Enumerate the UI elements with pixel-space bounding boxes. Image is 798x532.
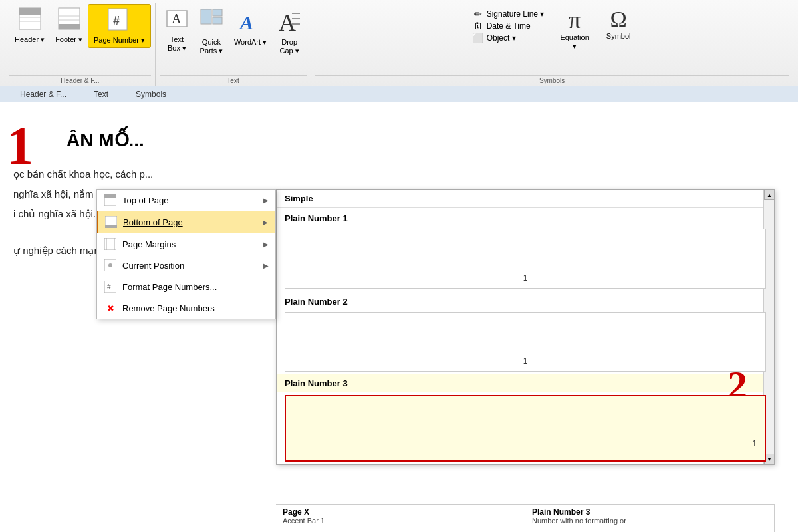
symbol-icon: Ω [610,8,627,31]
plain-number-2-preview[interactable]: 1 [285,312,766,372]
section-header-footer: Header & F... [7,90,80,99]
svg-rect-23 [105,225,117,228]
submenu-section-header: Simple [277,190,774,208]
footer-label: Footer ▾ [55,35,82,44]
document-heading: ÂN MỐ... [66,129,785,151]
svg-text:A: A [172,11,182,26]
equation-icon: π [569,8,581,32]
footer-icon [57,7,81,34]
menu-item-remove-page-numbers[interactable]: ✖ Remove Page Numbers [97,297,275,319]
signature-line-label: Signature Line ▾ [487,9,545,19]
scroll-up-button[interactable]: ▲ [764,190,775,200]
plain-number-3-preview[interactable]: 1 [285,395,766,462]
svg-rect-5 [59,24,80,29]
symbols-group-label: Symbols [315,75,789,84]
date-time-icon: 🗓 [472,21,484,31]
top-of-page-icon [104,194,117,207]
page-margins-arrow: ▶ [263,241,269,248]
ribbon-group-symbols: ✏ Signature Line ▾ 🗓 Date & Time ⬜ Objec… [311,3,793,86]
section-symbols: Symbols [122,90,180,99]
current-position-arrow: ▶ [263,262,269,269]
main-area: 1 ÂN MỐ... ọc bản chất khoa học, cách p.… [0,102,798,532]
ribbon-group-header-footer: Header ▾ Footer ▾ # [5,3,156,86]
equation-button[interactable]: π Equation▾ [555,5,594,53]
symbol-button[interactable]: Ω Symbol [601,5,636,43]
svg-text:A: A [279,9,296,33]
object-button[interactable]: ⬜ Object ▾ [468,32,549,44]
bottom-info-bar: Page X Accent Bar 1 Plain Number 3 Numbe… [276,504,775,532]
text-box-button[interactable]: A TextBox ▾ [160,4,194,55]
quick-parts-icon [200,7,223,37]
ribbon-group-text: A TextBox ▾ QuickParts ▾ [156,3,311,86]
signature-line-icon: ✏ [472,9,484,19]
object-label: Object ▾ [487,33,516,43]
svg-rect-12 [201,9,211,24]
drop-cap-label: DropCap ▾ [280,38,299,55]
submenu-panel: ▲ ▼ Simple Plain Number 1 1 Plain Number… [276,189,775,465]
plain-number-1-label: Plain Number 1 [277,208,774,226]
section-text: Text [80,90,122,99]
bottom-cell-right-subtitle: Number with no formatting or [532,517,767,525]
bottom-cell-left-title: Page X [283,507,518,517]
header-icon [18,7,42,34]
bottom-of-page-arrow: ▶ [263,219,268,226]
format-page-numbers-icon: # [104,280,117,293]
remove-page-numbers-icon: ✖ [104,301,117,315]
svg-rect-14 [213,17,222,24]
menu-item-page-margins[interactable]: Page Margins ▶ [97,233,275,255]
quick-parts-button[interactable]: QuickParts ▾ [194,4,229,58]
svg-text:#: # [107,283,111,291]
quick-parts-label: QuickParts ▾ [200,38,223,55]
bottom-cell-left: Page X Accent Bar 1 [276,505,525,532]
drop-cap-icon: A [277,7,301,37]
header-label: Header ▾ [15,35,45,44]
signature-line-button[interactable]: ✏ Signature Line ▾ [468,8,549,20]
text-box-icon: A [165,7,189,34]
plain-number-2-value: 1 [523,356,528,366]
top-of-page-label: Top of Page [122,196,263,205]
remove-page-numbers-label: Remove Page Numbers [122,303,269,313]
page-number-button[interactable]: # Page Number ▾ [88,4,151,48]
svg-rect-21 [104,194,116,198]
wordart-label: WordArt ▾ [234,38,267,47]
top-of-page-arrow: ▶ [263,197,269,204]
bottom-cell-left-subtitle: Accent Bar 1 [283,517,518,525]
equation-label: Equation▾ [560,33,589,51]
object-icon: ⬜ [472,33,484,43]
plain-number-1-preview[interactable]: 1 [285,229,766,289]
header-button[interactable]: Header ▾ [9,4,50,47]
svg-text:#: # [113,14,120,27]
wordart-button[interactable]: A WordArt ▾ [229,4,272,49]
menu-item-bottom-of-page[interactable]: Bottom of Page ▶ [97,211,275,233]
annotation-number-1: 1 [7,116,33,176]
text-group-items: A TextBox ▾ QuickParts ▾ [160,4,307,75]
current-position-label: Current Position [122,261,263,271]
ribbon-group-items: Header ▾ Footer ▾ # [9,4,151,75]
plain-number-2-label: Plain Number 2 [277,291,774,309]
format-page-numbers-label: Format Page Numbers... [122,282,269,292]
plain-number-1-value: 1 [523,273,528,283]
sig-date-obj-group: ✏ Signature Line ▾ 🗓 Date & Time ⬜ Objec… [468,8,549,44]
date-time-label: Date & Time [487,21,531,31]
date-time-button[interactable]: 🗓 Date & Time [468,20,549,32]
current-position-icon [104,259,117,272]
menu-item-top-of-page[interactable]: Top of Page ▶ [97,190,275,211]
wordart-icon: A [239,7,263,37]
footer-button[interactable]: Footer ▾ [50,4,88,47]
svg-rect-13 [213,9,222,16]
symbol-label: Symbol [606,32,631,41]
page-number-dropdown: Top of Page ▶ Bottom of Page ▶ Page Marg… [96,189,276,319]
menu-item-current-position[interactable]: Current Position ▶ [97,255,275,276]
bottom-cell-right: Plain Number 3 Number with no formatting… [525,505,775,532]
svg-text:A: A [239,11,253,33]
menu-item-format-page-numbers[interactable]: # Format Page Numbers... [97,276,275,297]
page-margins-icon [104,237,117,251]
drop-cap-button[interactable]: A DropCap ▾ [272,4,307,58]
page-number-label: Page Number ▾ [94,36,145,45]
symbols-content: ✏ Signature Line ▾ 🗓 Date & Time ⬜ Objec… [468,4,636,53]
page-margins-label: Page Margins [122,239,263,249]
plain-number-3-label: Plain Number 3 [277,374,774,392]
bottom-of-page-icon [104,215,118,229]
header-footer-group-label: Header & F... [9,75,151,84]
bottom-of-page-label: Bottom of Page [123,217,263,227]
